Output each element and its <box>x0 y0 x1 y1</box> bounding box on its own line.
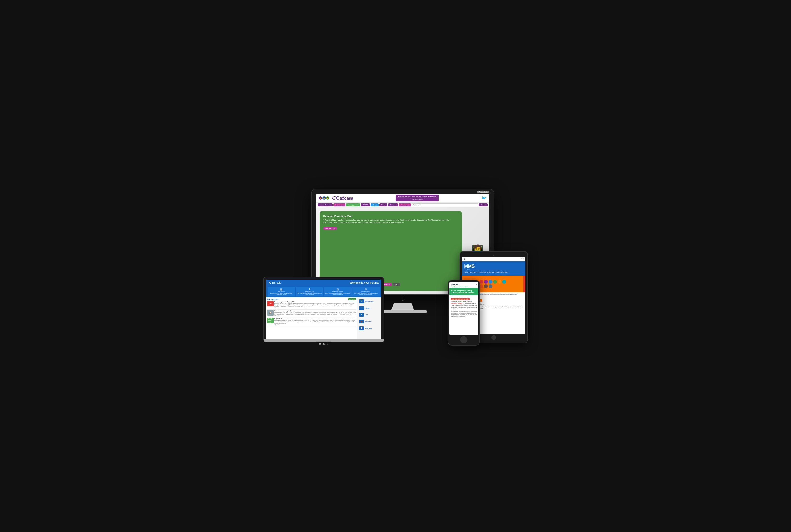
news-item-1-image: 🏠 <box>267 310 274 316</box>
info-hub-label: Information Hub <box>296 291 323 292</box>
sidebar-perform[interactable]: 🎵 Perform <box>358 305 380 311</box>
laptop-base <box>264 340 384 342</box>
info-hub-sub: HR, Health & Safety, Data Protection, Ca… <box>296 292 323 296</box>
nav-news[interactable]: News <box>371 203 379 206</box>
nav-blogs[interactable]: Blogs <box>380 203 388 206</box>
firstark-employee-dir[interactable]: ▤ Employee Directory Search contact deta… <box>324 287 352 296</box>
mms-menu-icon[interactable]: ≡ <box>464 258 465 260</box>
aftermath-website: aftermath helping victims become survivo… <box>449 282 478 335</box>
tablet-home-button[interactable] <box>491 335 496 340</box>
news-item-0-image: FC <box>267 301 274 306</box>
mms-header: MMS GOLTENS MMS is a leading supplier to… <box>462 261 525 276</box>
laptop-screen-bezel: ✕ first ark Welcome to your intranet ▦ W… <box>264 277 384 340</box>
cafcass-search-button[interactable]: Search <box>479 203 487 206</box>
sidebar-street-guide[interactable]: 🗺 Street Guide <box>358 298 380 304</box>
aftermath-intro: We are a registered charity providing im… <box>451 301 477 310</box>
nav-contact[interactable]: Contact Us <box>399 203 411 206</box>
sidebar-vacancies[interactable]: 📋 Vacancies <box>358 325 380 331</box>
phone-bezel: aftermath helping victims become survivo… <box>448 280 479 345</box>
firstark-news-title: Latest News <box>267 298 278 300</box>
firstark-logo: ✕ first ark <box>268 281 281 285</box>
character-2: 🧒 <box>322 196 326 200</box>
aftermath-badge[interactable]: FIND AND SEE HOW WE HELP <box>451 298 470 300</box>
employee-dir-label: Employee Directory <box>325 291 351 292</box>
firstark-doc-store[interactable]: ⊞ Document Store Searchable documents, i… <box>352 287 380 296</box>
aftermath-menu-icon[interactable]: ≡ <box>476 284 477 286</box>
nav-careers[interactable]: Careers <box>388 203 398 206</box>
sidebar-worklife[interactable]: 💼 WorkLife <box>358 318 380 325</box>
aftermath-logo-area: aftermath helping victims become survivo… <box>451 283 468 287</box>
news-item-1-content: New homes coming to Kirkby It's been a b… <box>274 310 356 316</box>
firstark-logo-text: first ark <box>272 281 281 284</box>
news-item-1-desc: It's been a busy time for our Sales & De… <box>274 312 356 315</box>
find-out-more-button[interactable]: Find out more <box>323 227 337 230</box>
character-3: 🧑 <box>326 196 329 200</box>
cafcass-bird-icon: 🐦 <box>481 195 487 201</box>
firstark-news-header: Latest News New at First <box>267 298 356 300</box>
vacancies-label: Vacancies <box>365 327 372 329</box>
news-item-2[interactable]: GIVEGETGO GiveGetGo! One Ark have signed… <box>267 318 356 326</box>
aftermath-tagline: helping victims become survivors <box>451 285 468 287</box>
firstark-who-we-are[interactable]: ▦ Who We Are Departments and teams, Grou… <box>268 287 295 296</box>
cafcass-search-input[interactable] <box>411 203 478 206</box>
worklife-label: WorkLife <box>365 321 371 322</box>
laptop-screen: ✕ first ark Welcome to your intranet ▦ W… <box>266 280 381 340</box>
nav-grownups[interactable]: Grown-ups <box>333 203 345 206</box>
cafcass-characters: 👦 🧒 🧑 <box>319 196 329 200</box>
news-item-1-title: New homes coming to Kirkby <box>274 310 356 312</box>
cafcass-header: 👦 🧒 🧑 CCafcass Putting children and youn… <box>316 194 489 203</box>
imac-stand <box>388 303 417 310</box>
news-item-2-content: GiveGetGo! One Ark have signed up to wor… <box>274 318 356 325</box>
mms-company: GOLTENS <box>464 269 523 270</box>
news-item-0-title: Focus Magazine – Spring 2018 <box>274 301 356 303</box>
macbook-label: MacBook <box>264 343 384 345</box>
news-item-0-content: Focus Magazine – Spring 2018 Welcome to … <box>274 301 356 308</box>
hero-title: Cafcass Parenting Plan <box>323 214 458 217</box>
who-we-are-icon: ▦ <box>268 288 294 290</box>
nav-young-people[interactable]: Young people <box>346 203 360 206</box>
news-item-1-date: 5 April 2018 <box>274 315 356 316</box>
cafcass-banner: Putting children and young people first … <box>396 195 439 202</box>
news-item-2-date: 4 April 2018 <box>274 324 356 325</box>
aftermath-header: aftermath helping victims become survivo… <box>449 282 478 288</box>
firstark-icon-nav: ▦ Who We Are Departments and teams, Grou… <box>266 286 381 297</box>
news-item-1[interactable]: 🏠 New homes coming to Kirkby It's been a… <box>267 310 356 317</box>
character-1: 👦 <box>319 196 322 200</box>
news-item-0-date: 9 April 2018 <box>274 307 356 308</box>
aftermath-hero-text: We are a registered charity providing im… <box>451 289 477 294</box>
phone-device: aftermath helping victims become survivo… <box>448 280 479 345</box>
phone-home-button[interactable] <box>460 336 467 343</box>
news-item-0[interactable]: FC Focus Magazine – Spring 2018 Welcome … <box>267 301 356 309</box>
life-label: LIFE <box>365 314 368 316</box>
phone-screen: aftermath helping victims become survivo… <box>449 282 478 335</box>
accessibility-button[interactable]: Accessibility <box>478 191 489 193</box>
cafcass-logo: CCafcass <box>332 195 353 201</box>
next-button[interactable]: Next <box>393 283 400 286</box>
doc-store-sub: Searchable documents, including strategi… <box>353 292 379 296</box>
street-guide-label: Street Guide <box>365 301 373 302</box>
news-item-0-desc: Welcome to Focus, your quarterly employe… <box>274 303 356 307</box>
nav-about-cafcass[interactable]: About Cafcass <box>318 203 333 206</box>
aftermath-more-text: We appreciate that every person is diffe… <box>451 311 477 317</box>
employee-dir-sub: Search contact details, including phone … <box>325 292 351 296</box>
info-hub-icon: ℹ <box>296 288 323 290</box>
firstark-website: ✕ first ark Welcome to your intranet ▦ W… <box>266 280 381 340</box>
tablet-camera <box>493 254 495 256</box>
who-we-are-label: Who We Are <box>268 291 294 292</box>
nav-fjypb[interactable]: FJYPB <box>361 203 370 206</box>
hero-description: A Parenting Plan is a written plan worke… <box>323 219 458 224</box>
firstark-info-hub[interactable]: ℹ Information Hub HR, Health & Safety, D… <box>296 287 324 296</box>
mms-logo: MMS <box>464 264 523 268</box>
aftermath-content: FIND AND SEE HOW WE HELP We are a regist… <box>449 295 478 335</box>
cafcass-nav: About Cafcass Grown-ups Young people FJY… <box>316 203 489 207</box>
news-item-2-image: GIVEGETGO <box>267 318 274 323</box>
mms-topbar: ≡ MMS <box>462 257 525 261</box>
mms-side-strip <box>523 276 525 292</box>
firstark-new-badge: New at First <box>348 298 356 300</box>
vacancies-icon: 📋 <box>359 326 364 330</box>
firstark-header: ✕ first ark Welcome to your intranet <box>266 280 381 286</box>
sidebar-life[interactable]: ❤ LIFE <box>358 312 380 318</box>
mms-topbar-brand: MMS <box>521 258 524 260</box>
laptop-notch <box>316 341 331 342</box>
cafcass-logo-area: 👦 🧒 🧑 CCafcass <box>319 195 353 201</box>
